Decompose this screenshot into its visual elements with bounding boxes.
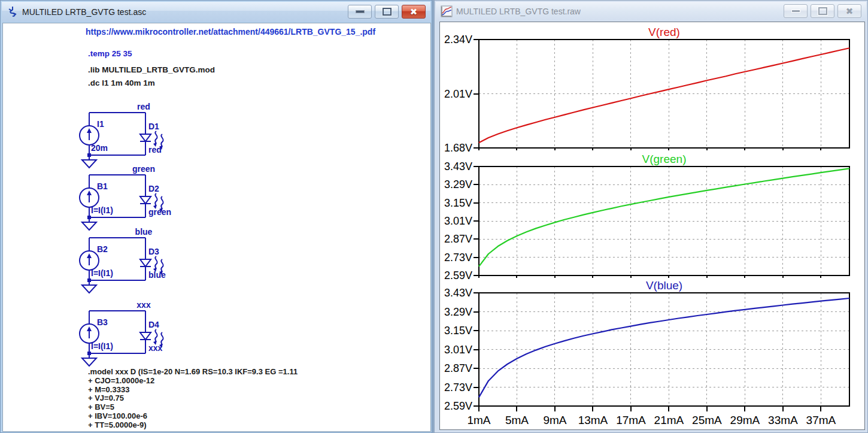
model-line: + M=0.3333 (88, 386, 298, 395)
x-tick-label: 25mA (692, 414, 722, 426)
minimize-icon (791, 10, 800, 13)
model-line: + IBV=100.00e-6 (88, 412, 298, 421)
y-tick-label: 2.59V (444, 270, 472, 281)
y-tick-label: 3.29V (444, 178, 472, 190)
pane-title-blue[interactable]: V(blue) (646, 279, 682, 292)
net-label[interactable]: red (137, 102, 150, 111)
waveform-window: MULTILED LRTB_GVTG test.raw ✖ 1.68V2.01V… (434, 0, 868, 433)
diode-model[interactable]: red (148, 145, 162, 155)
spice-directive-lib[interactable]: .lib MULTILED_LRTB_GVTG.mod (88, 65, 215, 74)
source-name[interactable]: B3 (97, 317, 108, 327)
waveform-plot-area[interactable]: 1.68V2.01V2.34VV(red)2.59V2.73V2.87V3.01… (439, 22, 865, 430)
trace-blue (479, 298, 849, 397)
net-label[interactable]: xxx (136, 300, 151, 310)
x-tick-label: 1mA (467, 414, 490, 426)
source-value[interactable]: I=I(I1) (91, 205, 113, 215)
led-symbol[interactable] (140, 332, 151, 340)
y-tick-label: 1.68V (444, 142, 472, 154)
x-tick-label: 13mA (578, 414, 608, 426)
y-tick-label: 3.01V (444, 344, 472, 356)
net-label[interactable]: blue (135, 227, 153, 237)
maximize-button[interactable] (375, 5, 399, 19)
spice-directive-dc[interactable]: .dc I1 1m 40m 1m (88, 78, 155, 87)
diode-model[interactable]: xxx (148, 343, 163, 353)
spice-model-directive[interactable]: .model xxx D (IS=1e-20 N=1.69 RS=10.3 IK… (88, 368, 298, 430)
close-button[interactable]: ✖ (837, 4, 861, 18)
current-arrowhead (87, 190, 92, 195)
y-tick-label: 2.73V (444, 252, 472, 264)
circuit-blue[interactable]: blue B2 I=I(I1) D3 blue (61, 226, 181, 298)
y-tick-label: 3.15V (444, 325, 472, 337)
diode-model[interactable]: blue (148, 270, 166, 280)
y-tick-label: 3.29V (444, 306, 472, 318)
circuit-xxx[interactable]: xxx B3 I=I(I1) D4 xxx (61, 299, 181, 371)
x-tick-label: 17mA (616, 414, 646, 426)
waveform-plot-svg[interactable]: 1.68V2.01V2.34VV(red)2.59V2.73V2.87V3.01… (440, 22, 864, 429)
junction-dot (87, 278, 91, 282)
schematic-canvas[interactable]: https://www.mikrocontroller.net/attachme… (2, 23, 431, 432)
ltspice-schematic-icon (7, 6, 19, 18)
x-tick-label: 5mA (505, 414, 529, 426)
maximize-icon (383, 8, 391, 16)
ground-symbol[interactable] (82, 285, 96, 293)
current-arrowhead (87, 128, 92, 133)
link-comment[interactable]: https://www.mikrocontroller.net/attachme… (63, 27, 398, 37)
maximize-button[interactable] (811, 4, 834, 18)
ltspice-waveform-icon (441, 5, 453, 17)
y-tick-label: 2.87V (444, 362, 472, 374)
diode-name[interactable]: D3 (148, 247, 159, 256)
net-label[interactable]: green (132, 164, 155, 174)
waveform-titlebar[interactable]: MULTILED LRTB_GVTG test.raw ✖ (436, 2, 866, 20)
source-value[interactable]: I=I(I1) (91, 268, 113, 278)
circuit-green[interactable]: green B1 I=I(I1) D2 green (61, 163, 181, 235)
y-tick-label: 2.87V (444, 233, 472, 245)
y-tick-label: 2.34V (444, 34, 472, 46)
model-line: + CJO=1.0000e-12 (88, 377, 298, 386)
x-tick-label: 33mA (768, 414, 798, 426)
window-title: MULTILED LRTB_GVTG test.asc (22, 7, 146, 17)
ground-symbol[interactable] (82, 358, 96, 366)
source-name[interactable]: B2 (97, 244, 108, 254)
junction-dot (87, 216, 91, 219)
model-line: + BV=5 (88, 403, 298, 412)
close-button[interactable]: ✖ (402, 5, 426, 19)
led-symbol[interactable] (140, 196, 151, 204)
diode-model[interactable]: green (148, 207, 171, 217)
y-tick-label: 2.01V (444, 88, 472, 100)
current-arrowhead (87, 253, 92, 258)
close-icon: ✖ (410, 7, 418, 16)
source-name[interactable]: B1 (97, 181, 108, 191)
x-tick-label: 21mA (654, 414, 684, 426)
pane-title-green[interactable]: V(green) (642, 153, 687, 165)
circuit-red[interactable]: red I1 20m D1 red (61, 101, 181, 172)
led-symbol[interactable] (140, 134, 151, 141)
led-symbol[interactable] (140, 259, 151, 267)
maximize-icon (818, 7, 827, 15)
y-tick-label: 3.15V (444, 197, 472, 209)
minimize-button[interactable] (784, 4, 808, 18)
minimize-icon (356, 10, 365, 13)
junction-dot (87, 153, 91, 157)
source-value[interactable]: I=I(I1) (91, 341, 113, 351)
trace-green (479, 168, 849, 267)
junction-dot (87, 352, 91, 355)
window-title: MULTILED LRTB_GVTG test.raw (456, 7, 581, 16)
minimize-button[interactable] (348, 5, 372, 19)
pane-title-red[interactable]: V(red) (648, 26, 680, 38)
schematic-window: MULTILED LRTB_GVTG test.asc ✖ https://ww… (0, 0, 432, 433)
y-tick-label: 3.43V (444, 287, 472, 299)
source-value[interactable]: 20m (91, 143, 108, 153)
diode-name[interactable]: D1 (148, 122, 159, 131)
y-tick-label: 2.59V (444, 400, 472, 412)
model-line: + VJ=0.75 (88, 394, 298, 403)
diode-name[interactable]: D2 (148, 184, 159, 193)
y-tick-label: 2.73V (444, 381, 472, 393)
spice-directive-temp[interactable]: .temp 25 35 (88, 49, 132, 58)
current-arrowhead (87, 326, 92, 331)
diode-name[interactable]: D4 (148, 320, 159, 329)
y-tick-label: 3.43V (444, 161, 472, 172)
source-name[interactable]: I1 (97, 119, 104, 129)
schematic-titlebar[interactable]: MULTILED LRTB_GVTG test.asc ✖ (2, 2, 430, 22)
trace-red (479, 48, 849, 143)
x-tick-label: 29mA (730, 414, 760, 426)
